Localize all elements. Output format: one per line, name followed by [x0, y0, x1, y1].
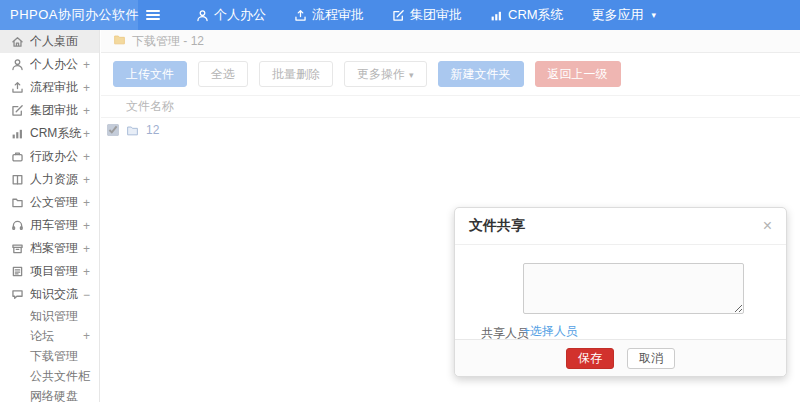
flow-icon	[294, 9, 307, 22]
nav-item-crm[interactable]: CRM系统	[476, 0, 578, 30]
nav-item-label: CRM系统	[508, 6, 564, 24]
sidebar-item-knowledge-exchange[interactable]: 知识交流 −	[0, 283, 99, 306]
sidebar-item-label: 用车管理	[30, 217, 83, 234]
sidebar-item-admin-office[interactable]: 行政办公 +	[0, 145, 99, 168]
book-icon	[11, 173, 24, 186]
file-folder-icon	[126, 124, 139, 137]
edit-icon	[392, 9, 405, 22]
new-folder-button[interactable]: 新建文件夹	[438, 61, 524, 87]
sidebar-item-personal-office[interactable]: 个人办公 +	[0, 53, 99, 76]
file-share-dialog: 文件共享 × 共享人员 +选择人员 保存 取消	[454, 207, 787, 377]
sidebar-subitem-forum[interactable]: 论坛 +	[0, 326, 99, 346]
dialog-body: 共享人员 +选择人员	[455, 245, 786, 339]
chat-icon	[11, 288, 24, 301]
dialog-title: 文件共享	[469, 217, 763, 235]
sidebar-subitem-download-mgmt[interactable]: 下载管理	[0, 346, 99, 366]
upload-file-button[interactable]: 上传文件	[113, 61, 187, 87]
sidebar-item-label: 个人办公	[30, 56, 83, 73]
nav-item-group-approval[interactable]: 集团审批	[378, 0, 476, 30]
hamburger-menu-icon[interactable]	[138, 0, 168, 30]
toolbar: 上传文件 全选 批量删除 更多操作▾ 新建文件夹 返回上一级	[101, 53, 800, 95]
batch-delete-button[interactable]: 批量删除	[259, 61, 333, 87]
nav-item-personal-office[interactable]: 个人办公	[182, 0, 280, 30]
expand-icon[interactable]: +	[83, 242, 90, 256]
more-actions-label: 更多操作	[357, 67, 405, 81]
expand-icon[interactable]: +	[83, 329, 90, 343]
sidebar-subitem-label: 下载管理	[30, 348, 90, 365]
sidebar-item-project-mgmt[interactable]: 项目管理 +	[0, 260, 99, 283]
briefcase-icon	[11, 150, 24, 163]
sidebar-item-document-mgmt[interactable]: 公文管理 +	[0, 191, 99, 214]
close-icon[interactable]: ×	[763, 218, 772, 234]
nav-item-label: 更多应用	[592, 6, 644, 24]
sidebar-subitem-public-file-cabinet[interactable]: 公共文件柜	[0, 366, 99, 386]
nav-item-flow-approval[interactable]: 流程审批	[280, 0, 378, 30]
share-members-label: 共享人员	[481, 325, 529, 342]
sidebar-item-flow-approval[interactable]: 流程审批 +	[0, 76, 99, 99]
sidebar-item-label: 流程审批	[30, 79, 83, 96]
expand-icon[interactable]: +	[83, 150, 90, 164]
file-table-header: 文件名称	[101, 95, 800, 118]
sidebar-subitem-knowledge-mgmt[interactable]: 知识管理	[0, 306, 99, 326]
share-members-textarea[interactable]	[523, 263, 744, 314]
folder-icon	[113, 33, 126, 49]
sidebar-item-label: 人力资源	[30, 171, 83, 188]
archive-icon	[11, 242, 24, 255]
caret-down-icon: ▾	[652, 10, 657, 20]
nav-item-label: 集团审批	[410, 6, 462, 24]
chart-icon	[11, 127, 24, 140]
collapse-icon[interactable]: −	[83, 288, 90, 302]
sidebar-subitem-label: 论坛	[30, 328, 83, 345]
breadcrumb: 下载管理 - 12	[101, 30, 800, 53]
column-header-file-name: 文件名称	[126, 98, 174, 115]
save-button[interactable]: 保存	[566, 348, 614, 369]
expand-icon[interactable]: +	[83, 58, 90, 72]
sidebar-submenu-knowledge: 知识管理 论坛 + 下载管理 公共文件柜 网络硬盘	[0, 306, 99, 402]
sidebar: 个人桌面 个人办公 + 流程审批 + 集团审批 + CRM系统 + 行政办公 +…	[0, 30, 100, 402]
breadcrumb-label: 下载管理 - 12	[132, 33, 204, 50]
nav-item-more-apps[interactable]: 更多应用 ▾	[578, 0, 671, 30]
sidebar-item-label: 项目管理	[30, 263, 83, 280]
sidebar-item-hr[interactable]: 人力资源 +	[0, 168, 99, 191]
expand-icon[interactable]: +	[83, 173, 90, 187]
file-name-link[interactable]: 12	[146, 123, 159, 137]
navbar-items: 个人办公 流程审批 集团审批 CRM系统 更多应用 ▾	[182, 0, 670, 30]
sidebar-item-personal-desktop[interactable]: 个人桌面	[0, 30, 99, 53]
sidebar-item-label: 行政办公	[30, 148, 83, 165]
project-icon	[11, 265, 24, 278]
nav-item-label: 个人办公	[214, 6, 266, 24]
row-checkbox[interactable]	[107, 124, 119, 136]
sidebar-subitem-network-disk[interactable]: 网络硬盘	[0, 386, 99, 402]
select-members-link[interactable]: +选择人员	[523, 323, 578, 340]
dialog-header: 文件共享 ×	[455, 208, 786, 245]
sidebar-item-group-approval[interactable]: 集团审批 +	[0, 99, 99, 122]
sidebar-item-vehicle-mgmt[interactable]: 用车管理 +	[0, 214, 99, 237]
folder-icon	[11, 196, 24, 209]
user-icon	[196, 9, 209, 22]
edit-icon	[11, 104, 24, 117]
app-logo: PHPOA协同办公软件	[0, 0, 138, 30]
expand-icon[interactable]: +	[83, 219, 90, 233]
expand-icon[interactable]: +	[83, 81, 90, 95]
sidebar-item-archive-mgmt[interactable]: 档案管理 +	[0, 237, 99, 260]
expand-icon[interactable]: +	[83, 196, 90, 210]
expand-icon[interactable]: +	[83, 104, 90, 118]
more-actions-dropdown[interactable]: 更多操作▾	[344, 61, 427, 87]
chart-icon	[490, 9, 503, 22]
user-icon	[11, 58, 24, 71]
sidebar-item-crm[interactable]: CRM系统 +	[0, 122, 99, 145]
sidebar-item-label: 集团审批	[30, 102, 83, 119]
headset-icon	[11, 219, 24, 232]
dialog-footer: 保存 取消	[455, 339, 786, 376]
top-navbar: PHPOA协同办公软件 个人办公 流程审批 集团审批 CRM系统 更多应用 ▾	[0, 0, 800, 30]
sidebar-item-label: 档案管理	[30, 240, 83, 257]
sidebar-subitem-label: 公共文件柜	[30, 368, 90, 385]
expand-icon[interactable]: +	[83, 127, 90, 141]
table-row: 12	[101, 118, 800, 142]
cancel-button[interactable]: 取消	[627, 348, 675, 369]
back-up-level-button[interactable]: 返回上一级	[535, 61, 621, 87]
flow-icon	[11, 81, 24, 94]
select-all-button[interactable]: 全选	[198, 61, 248, 87]
caret-down-icon: ▾	[409, 70, 414, 80]
expand-icon[interactable]: +	[83, 265, 90, 279]
